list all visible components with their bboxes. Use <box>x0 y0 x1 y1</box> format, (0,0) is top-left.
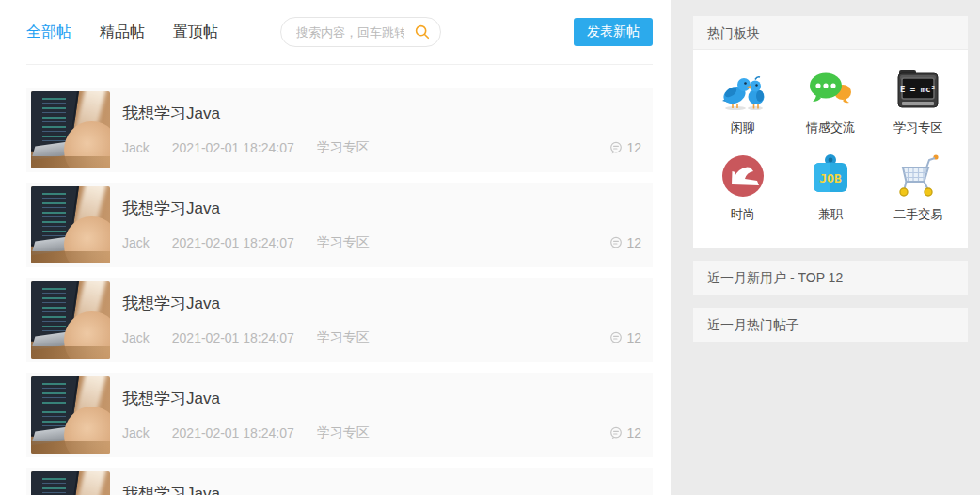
birds-chat-icon <box>719 65 767 114</box>
category-study[interactable]: E = mc² 学习专区 <box>875 65 962 136</box>
category-label: 情感交流 <box>806 120 855 136</box>
post-body: 我想学习Java Jack 2021-02-01 18:24:07 学习专区 1… <box>122 294 641 346</box>
search-icon[interactable] <box>414 24 431 40</box>
thumb-desk <box>31 346 110 359</box>
thumb-code-lines <box>42 94 66 145</box>
post-timestamp: 2021-02-01 18:24:07 <box>172 140 294 155</box>
comment-count-value: 12 <box>626 425 641 440</box>
hot-sections-title: 热门板块 <box>693 16 968 50</box>
new-post-button[interactable]: 发表新帖 <box>574 18 653 46</box>
post-timestamp: 2021-02-01 18:24:07 <box>172 425 294 440</box>
post-category: 学习专区 <box>317 424 370 441</box>
shopping-cart-icon <box>893 152 942 200</box>
thumb-code-lines <box>42 284 66 335</box>
comment-count-value: 12 <box>626 140 641 155</box>
post-row[interactable]: 我想学习Java Jack 2021-02-01 18:24:07 学习专区 1… <box>26 468 653 495</box>
post-title-link[interactable]: 我想学习Java <box>122 199 641 219</box>
blackboard-emc2-icon: E = mc² <box>893 65 942 114</box>
post-row[interactable]: 我想学习Java Jack 2021-02-01 18:24:07 学习专区 1… <box>26 373 653 457</box>
thumb-code-lines <box>42 189 66 240</box>
post-title-link[interactable]: 我想学习Java <box>122 389 641 409</box>
post-author: Jack <box>122 235 150 250</box>
post-author: Jack <box>122 140 150 155</box>
category-fashion[interactable]: 时尚 <box>699 152 786 223</box>
thumb-code-lines <box>42 474 66 495</box>
category-label: 学习专区 <box>893 120 942 136</box>
category-label: 闲聊 <box>731 120 755 136</box>
svg-text:E = mc²: E = mc² <box>900 85 936 94</box>
thumb-desk <box>31 251 110 263</box>
post-comment-count: 12 <box>609 235 641 250</box>
speech-bubbles-icon <box>806 65 855 114</box>
post-title-link[interactable]: 我想学习Java <box>122 104 641 124</box>
post-category: 学习专区 <box>317 329 370 346</box>
post-thumbnail-image <box>31 186 110 263</box>
tab-pinned-posts[interactable]: 置顶帖 <box>173 23 218 42</box>
post-author: Jack <box>122 425 150 440</box>
post-meta: Jack 2021-02-01 18:24:07 学习专区 12 <box>122 234 641 251</box>
post-row[interactable]: 我想学习Java Jack 2021-02-01 18:24:07 学习专区 1… <box>26 183 653 267</box>
job-badge-icon: JOB <box>806 152 855 200</box>
post-body: 我想学习Java Jack 2021-02-01 18:24:07 学习专区 1… <box>122 104 641 156</box>
category-label: 二手交易 <box>893 206 942 223</box>
comment-count-value: 12 <box>626 330 641 345</box>
thumb-desk <box>31 441 110 454</box>
post-list: 我想学习Java Jack 2021-02-01 18:24:07 学习专区 1… <box>26 65 653 495</box>
category-label: 兼职 <box>818 206 843 223</box>
post-comment-count: 12 <box>609 330 641 345</box>
post-comment-count: 12 <box>609 140 641 155</box>
post-thumbnail-image <box>31 471 110 495</box>
post-body: 我想学习Java Jack 2021-02-01 18:24:07 学习专区 1… <box>122 389 641 441</box>
comment-bubble-icon <box>609 236 623 249</box>
svg-text:JOB: JOB <box>819 171 842 185</box>
hot-sections-grid: 闲聊 情感交流 <box>693 50 968 248</box>
post-thumbnail-image <box>31 281 110 359</box>
post-title-link[interactable]: 我想学习Java <box>122 294 641 314</box>
post-category: 学习专区 <box>317 234 370 251</box>
search-box <box>280 17 441 47</box>
post-category: 学习专区 <box>317 139 370 156</box>
hot-posts-panel-title: 近一月热门帖子 <box>693 308 968 342</box>
hot-sections-panel: 热门板块 <box>693 16 968 248</box>
new-users-panel-title: 近一月新用户 - TOP 12 <box>693 261 968 295</box>
comment-count-value: 12 <box>626 235 641 250</box>
category-chat[interactable]: 闲聊 <box>699 65 786 136</box>
page: 全部帖 精品帖 置顶帖 发表新帖 我想学习Java <box>0 0 980 495</box>
sidebar: 热门板块 <box>671 0 980 495</box>
comment-bubble-icon <box>609 141 623 154</box>
post-body: 我想学习Java Jack 2021-02-01 18:24:07 学习专区 1… <box>122 199 641 251</box>
category-emotions[interactable]: 情感交流 <box>786 65 874 136</box>
post-thumbnail-image <box>31 376 110 454</box>
comment-bubble-icon <box>609 426 623 439</box>
post-row[interactable]: 我想学习Java Jack 2021-02-01 18:24:07 学习专区 1… <box>26 88 653 172</box>
post-comment-count: 12 <box>609 425 641 440</box>
comment-bubble-icon <box>609 331 623 344</box>
topbar: 全部帖 精品帖 置顶帖 发表新帖 <box>26 0 653 65</box>
post-timestamp: 2021-02-01 18:24:07 <box>172 235 294 250</box>
post-body: 我想学习Java Jack 2021-02-01 18:24:07 学习专区 1… <box>122 484 641 495</box>
high-heel-icon <box>719 152 767 200</box>
category-parttime-job[interactable]: JOB 兼职 <box>786 152 874 223</box>
post-author: Jack <box>122 330 150 345</box>
post-row[interactable]: 我想学习Java Jack 2021-02-01 18:24:07 学习专区 1… <box>26 278 653 362</box>
post-timestamp: 2021-02-01 18:24:07 <box>172 330 294 345</box>
post-thumbnail-image <box>31 91 110 168</box>
post-title-link[interactable]: 我想学习Java <box>122 484 641 495</box>
thumb-code-lines <box>42 379 66 430</box>
main-content: 全部帖 精品帖 置顶帖 发表新帖 我想学习Java <box>0 0 671 495</box>
tab-featured-posts[interactable]: 精品帖 <box>100 23 145 42</box>
post-meta: Jack 2021-02-01 18:24:07 学习专区 12 <box>122 424 641 441</box>
post-meta: Jack 2021-02-01 18:24:07 学习专区 12 <box>122 139 641 156</box>
category-label: 时尚 <box>731 206 755 223</box>
tab-all-posts[interactable]: 全部帖 <box>26 23 71 42</box>
post-meta: Jack 2021-02-01 18:24:07 学习专区 12 <box>122 329 641 346</box>
category-secondhand[interactable]: 二手交易 <box>875 152 962 223</box>
thumb-desk <box>31 156 110 168</box>
